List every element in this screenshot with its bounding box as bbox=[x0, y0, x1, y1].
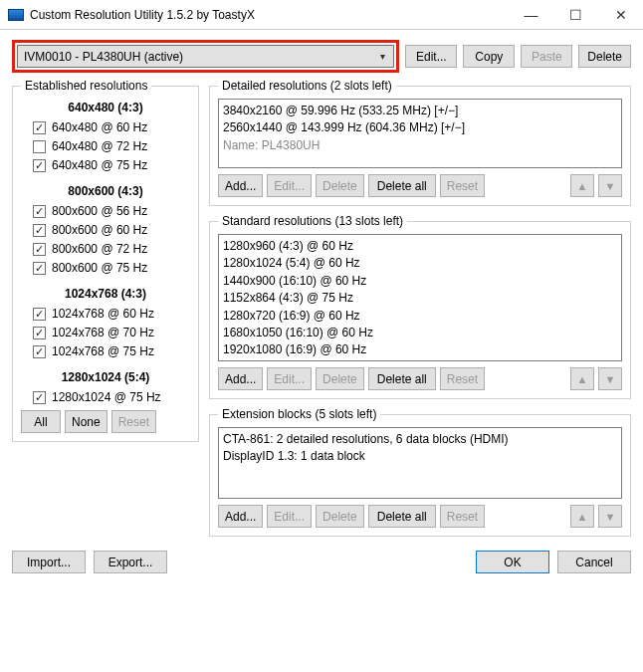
extension-delete-all-button[interactable]: Delete all bbox=[368, 505, 436, 528]
cancel-button[interactable]: Cancel bbox=[557, 551, 631, 573]
maximize-button[interactable]: ☐ bbox=[553, 0, 598, 29]
detailed-group: Detailed resolutions (2 slots left) 3840… bbox=[209, 79, 631, 206]
established-item-label: 800x600 @ 72 Hz bbox=[52, 242, 147, 256]
checkbox-icon[interactable] bbox=[33, 345, 46, 358]
established-item[interactable]: 1024x768 @ 70 Hz bbox=[33, 326, 190, 339]
minimize-button[interactable]: — bbox=[509, 0, 553, 29]
established-item-label: 640x480 @ 60 Hz bbox=[52, 120, 147, 134]
extension-group: Extension blocks (5 slots left) CTA-861:… bbox=[209, 407, 631, 537]
checkbox-icon[interactable] bbox=[33, 243, 46, 256]
extension-listbox[interactable]: CTA-861: 2 detailed resolutions, 6 data … bbox=[218, 427, 622, 499]
checkbox-icon[interactable] bbox=[33, 140, 46, 153]
established-group-header: 1024x768 (4:3) bbox=[21, 287, 190, 301]
standard-listbox[interactable]: 1280x960 (4:3) @ 60 Hz1280x1024 (5:4) @ … bbox=[218, 234, 622, 361]
detailed-legend: Detailed resolutions (2 slots left) bbox=[218, 79, 396, 93]
established-none-button[interactable]: None bbox=[65, 410, 107, 433]
established-item-label: 640x480 @ 72 Hz bbox=[52, 139, 147, 153]
app-icon bbox=[8, 9, 24, 21]
list-item[interactable]: DisplayID 1.3: 1 data block bbox=[223, 448, 617, 465]
list-item[interactable]: 2560x1440 @ 143.999 Hz (604.36 MHz) [+/−… bbox=[223, 119, 617, 136]
standard-group: Standard resolutions (13 slots left) 128… bbox=[209, 214, 631, 399]
established-group-header: 800x600 (4:3) bbox=[21, 184, 190, 198]
list-item[interactable]: 1920x1080 (16:9) @ 60 Hz bbox=[223, 341, 617, 358]
established-item[interactable]: 640x480 @ 72 Hz bbox=[33, 139, 190, 153]
established-reset-button: Reset bbox=[111, 410, 156, 433]
established-item-label: 800x600 @ 75 Hz bbox=[52, 261, 147, 275]
established-legend: Established resolutions bbox=[21, 79, 151, 93]
extension-reset-button: Reset bbox=[440, 505, 485, 528]
established-item-label: 1024x768 @ 60 Hz bbox=[52, 307, 154, 321]
established-item[interactable]: 640x480 @ 60 Hz bbox=[33, 120, 190, 134]
detailed-add-button[interactable]: Add... bbox=[218, 174, 263, 197]
edit-display-button[interactable]: Edit... bbox=[405, 45, 457, 68]
standard-reset-button: Reset bbox=[440, 367, 485, 390]
display-select-highlight: IVM0010 - PL4380UH (active) ▾ bbox=[12, 40, 399, 73]
standard-add-button[interactable]: Add... bbox=[218, 367, 263, 390]
established-item[interactable]: 640x480 @ 75 Hz bbox=[33, 158, 190, 172]
display-select-value: IVM0010 - PL4380UH (active) bbox=[24, 50, 183, 64]
paste-button: Paste bbox=[521, 45, 572, 68]
delete-button[interactable]: Delete bbox=[578, 45, 631, 68]
checkbox-icon[interactable] bbox=[33, 121, 46, 134]
established-item[interactable]: 1024x768 @ 75 Hz bbox=[33, 344, 190, 358]
export-button[interactable]: Export... bbox=[94, 551, 167, 573]
established-item-label: 640x480 @ 75 Hz bbox=[52, 158, 147, 172]
extension-legend: Extension blocks (5 slots left) bbox=[218, 407, 380, 421]
checkbox-icon[interactable] bbox=[33, 308, 46, 321]
established-item[interactable]: 800x600 @ 60 Hz bbox=[33, 223, 190, 237]
list-item[interactable]: 1280x1024 (5:4) @ 60 Hz bbox=[223, 255, 617, 272]
bottom-toolbar: Import... Export... OK Cancel bbox=[0, 545, 643, 583]
close-button[interactable]: ✕ bbox=[598, 0, 643, 29]
checkbox-icon[interactable] bbox=[33, 205, 46, 218]
established-item-label: 800x600 @ 56 Hz bbox=[52, 204, 147, 218]
list-item[interactable]: 3840x2160 @ 59.996 Hz (533.25 MHz) [+/−] bbox=[223, 103, 617, 119]
extension-add-button[interactable]: Add... bbox=[218, 505, 263, 528]
display-select[interactable]: IVM0010 - PL4380UH (active) ▾ bbox=[17, 45, 394, 68]
ok-button[interactable]: OK bbox=[476, 551, 549, 573]
list-item[interactable]: 1152x864 (4:3) @ 75 Hz bbox=[223, 290, 617, 307]
established-group-header: 1280x1024 (5:4) bbox=[21, 370, 190, 384]
established-all-button[interactable]: All bbox=[21, 410, 61, 433]
list-item[interactable]: 1280x720 (16:9) @ 60 Hz bbox=[223, 308, 617, 325]
detailed-move-up-button: ▲ bbox=[570, 174, 594, 197]
detailed-delete-button: Delete bbox=[316, 174, 364, 197]
established-item-label: 1024x768 @ 70 Hz bbox=[52, 326, 154, 339]
established-group: Established resolutions 640x480 (4:3)640… bbox=[12, 79, 199, 442]
standard-delete-all-button[interactable]: Delete all bbox=[368, 367, 436, 390]
checkbox-icon[interactable] bbox=[33, 262, 46, 275]
list-item[interactable]: 1680x1050 (16:10) @ 60 Hz bbox=[223, 325, 617, 341]
list-item[interactable]: 1280x960 (4:3) @ 60 Hz bbox=[223, 238, 617, 255]
established-item-label: 800x600 @ 60 Hz bbox=[52, 223, 147, 237]
extension-delete-button: Delete bbox=[316, 505, 364, 528]
detailed-name-label: Name: PL4380UH bbox=[223, 137, 617, 154]
checkbox-icon[interactable] bbox=[33, 391, 46, 404]
detailed-move-down-button: ▼ bbox=[598, 174, 622, 197]
established-item[interactable]: 1280x1024 @ 75 Hz bbox=[33, 390, 190, 404]
established-group-header: 640x480 (4:3) bbox=[21, 101, 190, 114]
detailed-delete-all-button[interactable]: Delete all bbox=[368, 174, 436, 197]
extension-move-down-button: ▼ bbox=[598, 505, 622, 528]
display-toolbar: IVM0010 - PL4380UH (active) ▾ Edit... Co… bbox=[0, 30, 643, 73]
list-item[interactable]: 1440x900 (16:10) @ 60 Hz bbox=[223, 273, 617, 290]
detailed-edit-button: Edit... bbox=[267, 174, 312, 197]
checkbox-icon[interactable] bbox=[33, 224, 46, 237]
extension-edit-button: Edit... bbox=[267, 505, 312, 528]
established-item-label: 1024x768 @ 75 Hz bbox=[52, 344, 154, 358]
standard-move-up-button: ▲ bbox=[570, 367, 594, 390]
established-item[interactable]: 800x600 @ 72 Hz bbox=[33, 242, 190, 256]
standard-legend: Standard resolutions (13 slots left) bbox=[218, 214, 407, 228]
import-button[interactable]: Import... bbox=[12, 551, 86, 573]
window-title: Custom Resolution Utility 1.5.2 by Toast… bbox=[30, 8, 509, 22]
checkbox-icon[interactable] bbox=[33, 327, 46, 339]
detailed-reset-button: Reset bbox=[440, 174, 485, 197]
extension-move-up-button: ▲ bbox=[570, 505, 594, 528]
established-item[interactable]: 800x600 @ 75 Hz bbox=[33, 261, 190, 275]
standard-edit-button: Edit... bbox=[267, 367, 312, 390]
titlebar: Custom Resolution Utility 1.5.2 by Toast… bbox=[0, 0, 643, 30]
checkbox-icon[interactable] bbox=[33, 159, 46, 172]
list-item[interactable]: CTA-861: 2 detailed resolutions, 6 data … bbox=[223, 431, 617, 448]
detailed-listbox[interactable]: 3840x2160 @ 59.996 Hz (533.25 MHz) [+/−]… bbox=[218, 99, 622, 168]
established-item[interactable]: 800x600 @ 56 Hz bbox=[33, 204, 190, 218]
copy-button[interactable]: Copy bbox=[463, 45, 515, 68]
established-item[interactable]: 1024x768 @ 60 Hz bbox=[33, 307, 190, 321]
